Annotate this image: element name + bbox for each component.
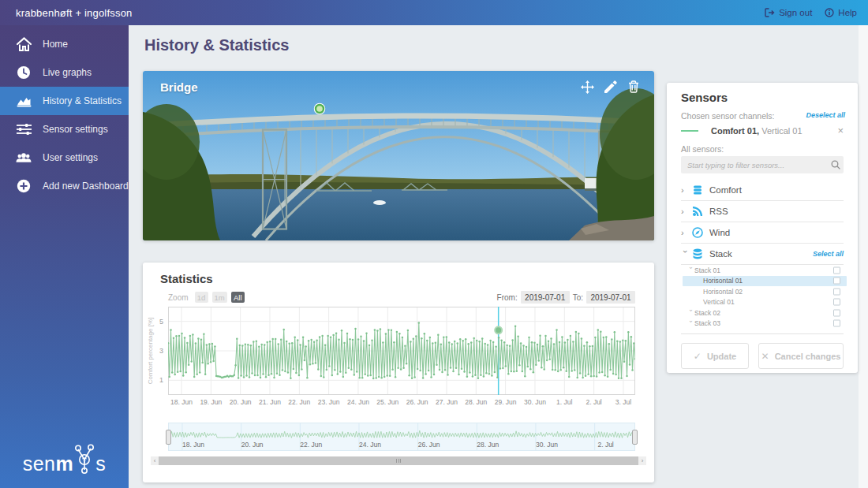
select-all-link[interactable]: Select all	[813, 250, 844, 258]
sensor-checkbox[interactable]	[833, 288, 840, 295]
x-tick-label: 29. Jun	[495, 398, 517, 406]
sidebar-item-home[interactable]: Home	[0, 30, 129, 58]
statistics-title: Statistics	[160, 272, 213, 285]
x-tick-label: 28. Jun	[465, 398, 487, 406]
x-axis-labels: 18. Jun19. Jun20. Jun21. Jun22. Jun23. J…	[168, 398, 635, 406]
sensor-tree-item-vertical-01[interactable]: Vertical 01	[667, 297, 858, 308]
deselect-all-link[interactable]: Deselect all	[806, 111, 845, 119]
x-tick-label: 27. Jun	[436, 398, 458, 406]
sensor-tree-label: Horisontal 02	[703, 288, 743, 296]
from-label: From:	[497, 293, 518, 302]
sidebar-item-label: Home	[43, 39, 68, 50]
sensor-groups: ›Comfort›RSS›Wind›StackSelect all	[681, 180, 844, 265]
chevron-down-icon: ›	[687, 310, 694, 317]
sensor-tree-item-horisontal-01[interactable]: Horisontal 01	[683, 276, 847, 287]
chevron-down-icon: ›	[687, 320, 694, 327]
sensor-marker[interactable]	[315, 104, 325, 114]
sidebar-item-sensor-settings[interactable]: Sensor settings	[0, 115, 129, 143]
sensor-checkbox[interactable]	[833, 266, 840, 274]
x-tick-label: 21. Jun	[259, 398, 281, 406]
sensor-search-field[interactable]	[681, 156, 844, 173]
sensor-group-label: Stack	[709, 249, 732, 259]
sensor-group-wind[interactable]: ›Wind	[681, 222, 844, 244]
sensor-checkbox[interactable]	[833, 299, 840, 306]
edit-icon[interactable]	[604, 80, 618, 94]
senmos-logo: senm s	[0, 444, 129, 474]
scrollbar-track[interactable]	[159, 456, 638, 465]
navigator-tick-label: 28. Jun	[477, 441, 499, 449]
plus-circle-icon	[16, 178, 32, 194]
sensor-tree-item-stack-02[interactable]: ›Stack 02	[667, 307, 858, 319]
check-icon: ✓	[694, 351, 702, 362]
divider	[681, 333, 844, 334]
sign-out-button[interactable]: Sign out	[765, 8, 812, 17]
remove-channel-icon[interactable]: ×	[837, 125, 844, 136]
chevron-down-icon: ›	[681, 250, 690, 259]
scrollbar-thumb[interactable]	[159, 456, 638, 465]
sensor-tree-label: Stack 01	[694, 266, 720, 274]
sidebar-item-label: Add new Dashboard	[43, 181, 129, 192]
chosen-channel-name: Comfort 01, Vertical 01	[711, 126, 803, 136]
sensor-checkbox[interactable]	[833, 309, 840, 316]
zoom-1d-button[interactable]: 1d	[195, 292, 208, 303]
zoom-1m-button[interactable]: 1m	[212, 292, 227, 303]
navigator-tick-label: 30. Jun	[536, 441, 558, 449]
scrollbar-left-arrow[interactable]: ‹	[151, 456, 159, 465]
main-chart-plot[interactable]: Comfort percentage [%]	[168, 307, 635, 395]
sensor-group-label: Wind	[709, 228, 730, 237]
search-icon	[828, 160, 844, 169]
help-button[interactable]: Help	[825, 8, 857, 17]
scrollbar-right-arrow[interactable]: ›	[638, 456, 646, 465]
sidebar-item-label: Live graphs	[43, 67, 92, 78]
sensor-tree-item-stack-03[interactable]: ›Stack 03	[667, 319, 858, 330]
sensor-checkbox[interactable]	[833, 278, 840, 285]
chosen-channel-row: Comfort 01, Vertical 01 ×	[667, 122, 858, 140]
navigator-tick-label: 18. Jun	[182, 441, 204, 449]
sliders-icon	[16, 121, 32, 137]
y-tick-label: 3	[146, 347, 163, 355]
navigator-tick-label: 26. Jun	[418, 441, 440, 449]
bridge-card-title: Bridge	[160, 80, 198, 94]
sensor-tree-item-stack-01[interactable]: ›Stack 01	[667, 265, 858, 276]
sensor-tree-label: Stack 03	[694, 319, 720, 327]
help-label: Help	[838, 8, 857, 17]
y-tick-label: 5	[146, 318, 163, 326]
navigator-left-handle[interactable]	[166, 430, 171, 445]
x-tick-label: 26. Jun	[406, 398, 428, 406]
sensor-group-rss[interactable]: ›RSS	[681, 201, 844, 222]
zoom-all-button[interactable]: All	[231, 292, 245, 303]
layers-icon	[692, 184, 709, 196]
top-bar: krabbenhøft + ingolfsson Sign out Help	[0, 0, 868, 25]
update-button[interactable]: ✓ Update	[681, 343, 749, 369]
compass-icon	[692, 227, 709, 238]
sidebar-item-history-statistics[interactable]: History & Statistics	[0, 87, 129, 115]
sensor-checkbox[interactable]	[833, 320, 840, 327]
sensor-tree-item-horisontal-02[interactable]: Horisontal 02	[667, 286, 858, 297]
clock-icon	[16, 65, 32, 80]
chart-navigator[interactable]: 18. Jun20. Jun22. Jun24. Jun26. Jun28. J…	[168, 423, 635, 451]
sign-out-icon	[765, 8, 775, 17]
sidebar-item-add-new-dashboard[interactable]: Add new Dashboard	[0, 172, 129, 200]
cancel-changes-button[interactable]: ✕ Cancel changes	[758, 343, 844, 369]
sensor-search-input[interactable]	[681, 161, 828, 169]
x-tick-label: 3. Jul	[615, 398, 631, 406]
navigator-right-handle[interactable]	[632, 430, 638, 445]
sidebar-item-live-graphs[interactable]: Live graphs	[0, 58, 129, 87]
page-scrollbar-area[interactable]	[859, 25, 868, 488]
sensor-group-comfort[interactable]: ›Comfort	[681, 180, 844, 201]
chevron-down-icon: ›	[687, 267, 694, 274]
move-icon[interactable]	[581, 80, 594, 94]
sidebar-nav: HomeLive graphsHistory & StatisticsSenso…	[0, 25, 129, 200]
sensor-group-label: Comfort	[709, 185, 742, 195]
brand-title: krabbenhøft + ingolfsson	[16, 7, 133, 19]
y-tick-label: 1	[146, 376, 163, 384]
logo-network-icon	[74, 444, 95, 474]
from-date-input[interactable]: 2019-07-01	[521, 291, 570, 304]
to-label: To:	[573, 293, 583, 302]
sensor-group-stack[interactable]: ›StackSelect all	[681, 244, 844, 265]
delete-icon[interactable]	[628, 80, 642, 94]
sidebar-item-user-settings[interactable]: User settings	[0, 143, 129, 172]
x-tick-label: 30. Jun	[524, 398, 546, 406]
x-tick-label: 18. Jun	[170, 398, 193, 406]
to-date-input[interactable]: 2019-07-01	[586, 291, 635, 304]
